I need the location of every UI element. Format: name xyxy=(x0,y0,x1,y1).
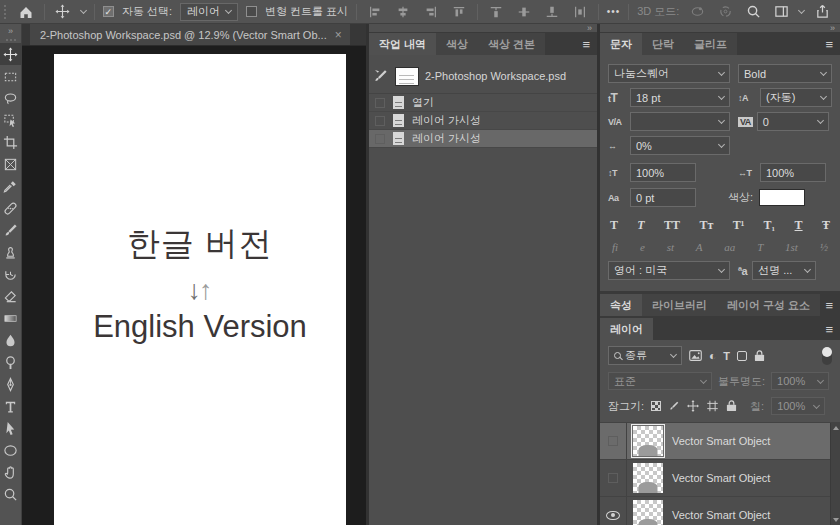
superscript-button[interactable]: T¹ xyxy=(733,218,745,233)
history-state-open[interactable]: 열기 xyxy=(369,94,597,112)
eyedropper-tool[interactable] xyxy=(0,175,22,197)
history-snapshot-row[interactable]: 2-Photoshop Workspace.psd xyxy=(369,63,597,89)
spot-healing-brush-tool[interactable] xyxy=(0,197,22,219)
filter-toggle-switch[interactable] xyxy=(822,347,832,365)
tab-history[interactable]: 작업 내역 xyxy=(369,33,436,55)
layer-thumbnail[interactable] xyxy=(633,500,663,525)
type-layer-filter-icon[interactable]: T xyxy=(723,350,730,362)
visibility-toggle[interactable] xyxy=(600,423,627,459)
share-button[interactable] xyxy=(812,2,832,22)
discretionary-ligatures-button[interactable]: st xyxy=(667,241,674,253)
fill-dropdown[interactable]: 100% xyxy=(771,397,825,415)
lasso-tool[interactable] xyxy=(0,87,22,109)
history-brush-tool[interactable] xyxy=(0,263,22,285)
eraser-tool[interactable] xyxy=(0,285,22,307)
visibility-toggle[interactable] xyxy=(600,497,627,525)
document-tab[interactable]: 2-Photoshop Workspace.psd @ 12.9% (Vecto… xyxy=(30,24,350,45)
document-canvas[interactable]: 한글 버전 ↓↑ English Version xyxy=(54,54,346,525)
pasteboard[interactable]: 한글 버전 ↓↑ English Version xyxy=(22,46,366,525)
crop-tool[interactable] xyxy=(0,131,22,153)
tsume-field[interactable]: 0% xyxy=(630,136,730,155)
layer-row-vector-smart-object-1[interactable]: Vector Smart Object xyxy=(600,423,840,460)
layer-row-vector-smart-object-2[interactable]: Vector Smart Object xyxy=(600,460,840,497)
auto-select-checkbox[interactable]: ✓ xyxy=(103,6,114,17)
threed-rotate-icon[interactable] xyxy=(715,2,735,22)
pen-tool[interactable] xyxy=(0,373,22,395)
tab-paragraph[interactable]: 단락 xyxy=(642,33,684,55)
titling-alternates-button[interactable]: T xyxy=(757,241,763,253)
workspace-chevron-icon[interactable] xyxy=(798,7,805,14)
tab-glyphs[interactable]: 글리프 xyxy=(684,33,737,55)
small-caps-button[interactable]: Tᴛ xyxy=(699,218,713,233)
lock-artboard-icon[interactable] xyxy=(706,400,719,412)
threed-orbit-icon[interactable] xyxy=(687,2,707,22)
frame-tool[interactable] xyxy=(0,153,22,175)
panel-menu-icon[interactable]: ≡ xyxy=(825,298,840,316)
subscript-button[interactable]: T₁ xyxy=(764,218,776,233)
scroll-up-icon[interactable] xyxy=(833,426,839,430)
tab-layers[interactable]: 레이어 xyxy=(600,318,653,340)
underline-button[interactable]: T xyxy=(795,218,803,233)
lock-transparency-icon[interactable] xyxy=(651,401,661,411)
anti-alias-field[interactable]: 선명 ... xyxy=(752,261,816,280)
distribute-middle-button[interactable] xyxy=(514,2,534,22)
blur-tool[interactable] xyxy=(0,329,22,351)
history-state-layer-visibility-1[interactable]: 레이어 가시성 xyxy=(369,112,597,130)
zoom-tool[interactable] xyxy=(0,483,22,505)
path-selection-tool[interactable] xyxy=(0,417,22,439)
ligatures-button[interactable]: fi xyxy=(612,241,618,253)
distribute-top-button[interactable] xyxy=(486,2,506,22)
horizontal-scale-field[interactable]: 100% xyxy=(760,163,826,182)
object-selection-tool[interactable] xyxy=(0,109,22,131)
history-source-well[interactable] xyxy=(375,134,385,144)
visibility-toggle[interactable] xyxy=(600,460,627,496)
history-brush-source-icon[interactable] xyxy=(373,68,389,84)
scroll-down-icon[interactable] xyxy=(833,518,839,522)
ordinals-button[interactable]: 1st xyxy=(785,241,798,253)
tab-libraries[interactable]: 라이브러리 xyxy=(642,294,717,316)
tab-swatches[interactable]: 색상 견본 xyxy=(478,33,545,55)
font-family-field[interactable]: 나눔스퀘어 xyxy=(608,64,730,83)
collapse-panel-icon[interactable]: » xyxy=(587,24,592,32)
search-button[interactable] xyxy=(743,2,763,22)
history-state-layer-visibility-2[interactable]: 레이어 가시성 xyxy=(369,130,597,148)
blend-mode-dropdown[interactable]: 표준 xyxy=(608,372,712,390)
text-color-swatch[interactable] xyxy=(759,189,805,206)
font-size-field[interactable]: 18 pt xyxy=(630,88,730,107)
baseline-shift-field[interactable]: 0 pt xyxy=(630,188,696,207)
align-right-button[interactable] xyxy=(421,2,441,22)
tab-properties[interactable]: 속성 xyxy=(600,294,642,316)
panel-menu-icon[interactable]: ≡ xyxy=(582,37,597,55)
ellipse-tool[interactable] xyxy=(0,439,22,461)
hand-tool[interactable] xyxy=(0,461,22,483)
contextual-alternates-button[interactable]: e xyxy=(640,241,645,253)
stylistic-alternates-button[interactable]: aa xyxy=(724,241,735,253)
leading-field[interactable]: (자동) xyxy=(760,88,832,107)
more-options-button[interactable]: ••• xyxy=(607,6,621,17)
brush-tool[interactable] xyxy=(0,219,22,241)
history-source-well[interactable] xyxy=(375,116,385,126)
auto-select-dropdown[interactable]: 레이어 xyxy=(180,3,238,21)
tab-layer-comps[interactable]: 레이어 구성 요소 xyxy=(717,294,820,316)
faux-bold-button[interactable]: T xyxy=(610,218,618,233)
panel-menu-icon[interactable]: ≡ xyxy=(825,322,840,340)
strikethrough-button[interactable]: Ŧ xyxy=(822,218,830,233)
layer-thumbnail[interactable] xyxy=(633,463,663,493)
move-tool[interactable] xyxy=(0,43,22,65)
tracking-field[interactable]: 0 xyxy=(757,112,829,131)
layer-thumbnail[interactable] xyxy=(633,426,663,456)
lock-all-icon[interactable] xyxy=(726,400,737,412)
gradient-tool[interactable] xyxy=(0,307,22,329)
tab-character[interactable]: 문자 xyxy=(600,33,642,55)
tools-expand-button[interactable]: » xyxy=(8,26,13,36)
swash-button[interactable]: A xyxy=(696,241,703,253)
transform-controls-checkbox[interactable] xyxy=(246,6,257,17)
snapshot-thumbnail[interactable] xyxy=(395,67,419,86)
align-left-button[interactable] xyxy=(365,2,385,22)
close-icon[interactable]: × xyxy=(335,28,342,42)
lock-position-icon[interactable] xyxy=(687,400,699,412)
tab-color[interactable]: 색상 xyxy=(436,33,478,55)
tool-preset-chevron-icon[interactable] xyxy=(80,7,87,14)
smart-object-filter-icon[interactable] xyxy=(754,350,765,362)
clone-stamp-tool[interactable] xyxy=(0,241,22,263)
